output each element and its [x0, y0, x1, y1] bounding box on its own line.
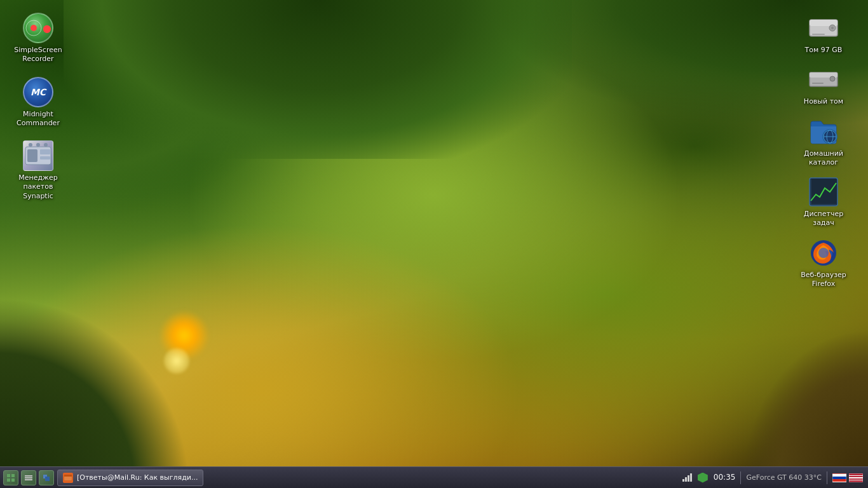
icon-synaptic-img — [23, 140, 53, 171]
icon-simplescreenrecorder-img — [23, 13, 53, 43]
svg-rect-34 — [25, 479, 32, 480]
browser-icon — [64, 475, 72, 481]
svg-rect-30 — [7, 478, 10, 482]
flag-us[interactable] — [849, 473, 863, 482]
icon-volume-97gb-label: Том 97 GB — [805, 46, 843, 55]
svg-point-27 — [818, 248, 829, 258]
icon-home-catalog-label: Домашний каталог — [798, 149, 849, 168]
taskbar-window-icon — [63, 473, 73, 483]
tray-separator — [740, 471, 741, 484]
taskbar-active-window[interactable]: [Ответы@Mail.Ru: Как выгляди... — [57, 470, 203, 486]
svg-point-8 — [44, 143, 48, 147]
flag-area[interactable] — [832, 473, 863, 482]
screenrecorder-graphic — [23, 13, 53, 43]
svg-rect-36 — [64, 477, 72, 480]
icon-simplescreenrecorder-label: SimpleScreenRecorder — [13, 46, 64, 64]
tray-icon-security[interactable] — [697, 472, 709, 484]
taskbar-window-title: [Ответы@Mail.Ru: Как выгляди... — [77, 473, 198, 482]
icon-new-volume-label: Новый том — [804, 97, 843, 106]
icon-synaptic[interactable]: Менеджер пакетов Synaptic — [13, 140, 64, 201]
taskbar: [Ответы@Mail.Ru: Как выгляди... — [0, 466, 868, 488]
clock-time: 00:35 — [714, 473, 736, 482]
icon-task-manager-img — [808, 177, 839, 207]
hdd-svg — [808, 16, 839, 40]
icon-volume-97gb[interactable]: Том 97 GB — [798, 13, 849, 55]
desktop-icons-left: SimpleScreenRecorder MC Midnight Command… — [13, 13, 64, 201]
glow-center — [164, 348, 189, 374]
icon-simplescreenrecorder[interactable]: SimpleScreenRecorder — [13, 13, 64, 64]
taskbar-right: 00:35 GeForce GT 640 33°C — [677, 471, 868, 484]
svg-point-16 — [830, 76, 835, 81]
launch-icon-3 — [42, 473, 51, 482]
svg-rect-28 — [7, 474, 10, 477]
firefox-svg — [808, 238, 839, 268]
svg-rect-22 — [810, 178, 837, 206]
icon-mc-label: Midnight Commander — [13, 110, 64, 128]
home-folder-svg — [808, 116, 839, 147]
icon-firefox-img — [808, 238, 839, 268]
tray-separator-2 — [827, 471, 827, 484]
icon-mc-img: MC — [23, 77, 53, 107]
taskbar-left — [0, 470, 57, 485]
svg-rect-31 — [11, 478, 15, 482]
icon-firefox[interactable]: Веб-браузер Firefox — [798, 238, 849, 289]
launch-icon-1 — [6, 473, 15, 482]
gpu-text: GeForce GT 640 33°C — [746, 473, 822, 482]
clock[interactable]: 00:35 — [714, 473, 736, 482]
svg-point-6 — [29, 143, 32, 147]
icon-firefox-label: Веб-браузер Firefox — [798, 271, 849, 289]
taskbar-launch-btn-1[interactable] — [3, 470, 18, 485]
svg-point-12 — [831, 27, 834, 29]
icon-home-catalog[interactable]: Домашний каталог — [798, 116, 849, 168]
svg-rect-17 — [812, 83, 824, 84]
hdd2-svg — [808, 67, 839, 92]
synaptic-svg — [24, 142, 52, 170]
icon-volume-97gb-img — [808, 13, 839, 43]
svg-point-7 — [36, 143, 40, 147]
shield-icon — [698, 473, 708, 483]
svg-point-1 — [31, 25, 37, 31]
svg-rect-33 — [25, 477, 32, 478]
desktop: SimpleScreenRecorder MC Midnight Command… — [0, 0, 868, 488]
svg-rect-13 — [812, 34, 825, 35]
icon-new-volume-img — [808, 64, 839, 95]
screenrecorder-svg — [25, 19, 43, 37]
svg-rect-29 — [11, 474, 15, 477]
system-tray — [682, 472, 709, 484]
svg-rect-32 — [25, 475, 32, 477]
tray-icon-network[interactable] — [682, 472, 693, 484]
launch-icon-2 — [24, 473, 33, 482]
flag-ru[interactable] — [832, 473, 846, 482]
icon-task-manager[interactable]: Диспетчер задач — [798, 177, 849, 228]
icon-synaptic-label: Менеджер пакетов Synaptic — [13, 173, 64, 201]
gpu-info: GeForce GT 640 33°C — [746, 473, 822, 482]
svg-rect-3 — [27, 149, 37, 162]
taskmanager-svg — [808, 177, 839, 207]
desktop-icons-right: Том 97 GB Новый том — [798, 13, 849, 288]
svg-rect-5 — [40, 156, 50, 159]
svg-rect-4 — [40, 149, 50, 154]
network-bars — [682, 473, 692, 482]
taskbar-launch-btn-2[interactable] — [21, 470, 36, 485]
synaptic-graphic — [23, 140, 53, 171]
grass-right — [741, 329, 868, 488]
svg-rect-37 — [64, 475, 72, 477]
icon-new-volume[interactable]: Новый том — [798, 64, 849, 106]
icon-task-manager-label: Диспетчер задач — [798, 210, 849, 228]
icon-midnight-commander[interactable]: MC Midnight Commander — [13, 77, 64, 128]
icon-home-catalog-img — [808, 116, 839, 147]
taskbar-launch-btn-3[interactable] — [39, 470, 54, 485]
mc-graphic: MC — [23, 77, 53, 107]
